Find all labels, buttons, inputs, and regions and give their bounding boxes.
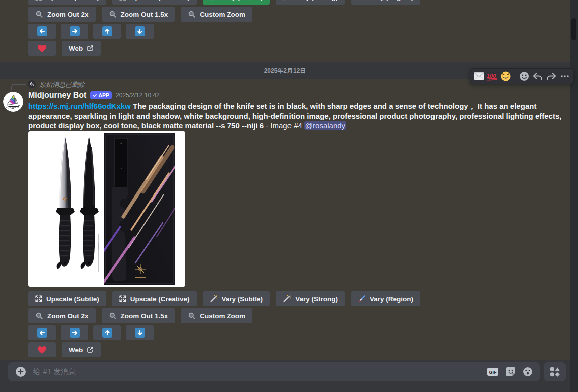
button-label: Vary (Region) <box>370 0 413 1</box>
arrow-up-icon <box>102 328 112 338</box>
mj-row-zoom: Zoom Out 2x Zoom Out 1.5x Custom Zoom <box>28 7 420 22</box>
button-label: Web <box>69 45 83 52</box>
composer-area: 给 #1 发消息 GIF <box>0 360 570 392</box>
generated-image-attachment[interactable] <box>28 131 185 287</box>
message-group-midjourney: 原始消息已删除 <box>0 79 570 360</box>
quick-reaction-hundred-points-emoji[interactable]: 100 <box>486 70 499 83</box>
quick-reaction-laughing-emoji[interactable] <box>499 70 512 83</box>
magnifier-icon <box>188 10 196 18</box>
upscale-subtle-button[interactable]: Upscale (Subtle) <box>28 291 106 306</box>
heart-icon <box>37 44 47 53</box>
magnifier-icon <box>109 312 117 320</box>
paintbrush-icon <box>358 0 366 1</box>
message-group-previous: Upscale (Subtle) Upscale (Creative) Vary… <box>0 0 570 62</box>
emoji-picker-icon[interactable] <box>523 367 533 377</box>
mj-row-upscale-vary: Upscale (Subtle) Upscale (Creative) Vary… <box>28 0 420 5</box>
mj-button-block: Upscale (Subtle) Upscale (Creative) Vary… <box>28 0 420 56</box>
magic-wand-icon <box>283 295 291 303</box>
custom-zoom-button[interactable]: Custom Zoom <box>181 308 252 323</box>
mj-row-zoom: Zoom Out 2x Zoom Out 1.5x Custom Zoom <box>28 308 420 323</box>
pan-up-button[interactable] <box>93 325 121 340</box>
vary-strong-button[interactable]: Vary (Strong) <box>276 291 345 306</box>
arrow-down-icon <box>135 328 145 338</box>
pan-up-button[interactable] <box>93 24 121 39</box>
message-input[interactable]: 给 #1 发消息 GIF <box>8 362 540 381</box>
message-timestamp: 2025/2/12 10:42 <box>116 92 160 99</box>
message-hover-toolbar: 100 <box>470 68 574 84</box>
apps-button[interactable] <box>544 362 566 381</box>
vary-subtle-button-active[interactable]: Vary (Subtle) <box>203 0 270 5</box>
zoom-out-15x-button[interactable]: Zoom Out 1.5x <box>102 7 175 22</box>
upscale-arrows-icon <box>119 0 126 1</box>
midjourney-bot-avatar[interactable] <box>3 92 23 112</box>
scrollbar-thumb[interactable] <box>571 18 576 40</box>
magnifier-icon <box>35 312 43 320</box>
web-button[interactable]: Web <box>62 342 101 357</box>
button-label: Upscale (Creative) <box>130 295 190 303</box>
magnifier-icon <box>35 10 43 18</box>
button-label: Zoom Out 2x <box>47 11 89 18</box>
zoom-out-2x-button[interactable]: Zoom Out 2x <box>28 7 96 22</box>
magic-wand-icon <box>210 0 218 1</box>
sticker-picker-icon[interactable] <box>506 367 516 377</box>
vary-subtle-button[interactable]: Vary (Subtle) <box>203 291 270 306</box>
upscale-creative-button[interactable]: Upscale (Creative) <box>112 0 197 5</box>
pan-down-button[interactable] <box>126 24 154 39</box>
quick-reaction-envelope-emoji[interactable] <box>472 70 485 83</box>
external-link-icon <box>87 45 94 52</box>
image-number-text: - Image #4 <box>266 121 302 130</box>
toolbar-divider <box>515 71 515 81</box>
pan-down-button[interactable] <box>126 325 154 340</box>
button-label: Custom Zoom <box>200 11 245 18</box>
button-label: Vary (Strong) <box>295 0 338 1</box>
upscale-subtle-button[interactable]: Upscale (Subtle) <box>28 0 106 5</box>
prompt-link[interactable]: https://s.mj.run/hlf66odKxkw <box>28 102 131 110</box>
date-divider-label: 2025年2月12日 <box>260 67 310 75</box>
reply-button[interactable] <box>531 70 544 83</box>
upscale-creative-button[interactable]: Upscale (Creative) <box>112 291 197 306</box>
more-options-button[interactable] <box>558 70 571 83</box>
gif-picker-icon[interactable]: GIF <box>487 367 499 376</box>
pan-left-button[interactable] <box>28 325 56 340</box>
author-name[interactable]: Midjourney Bot <box>28 91 86 100</box>
apps-shapes-icon <box>549 366 560 377</box>
deleted-reply-icon <box>28 80 36 90</box>
upscale-arrows-icon <box>35 0 42 1</box>
zoom-out-2x-button[interactable]: Zoom Out 2x <box>28 308 96 323</box>
button-label: Zoom Out 2x <box>47 312 89 320</box>
favorite-button[interactable] <box>28 41 56 56</box>
custom-zoom-button[interactable]: Custom Zoom <box>181 7 252 22</box>
arrow-right-icon <box>70 328 80 338</box>
vary-region-button[interactable]: Vary (Region) <box>351 0 420 5</box>
magnifier-icon <box>109 10 117 18</box>
magnifier-icon <box>188 312 196 320</box>
button-label: Vary (Region) <box>370 295 413 303</box>
zoom-out-15x-button[interactable]: Zoom Out 1.5x <box>102 308 175 323</box>
scrollbar[interactable] <box>570 0 578 392</box>
discord-chat-screen: Upscale (Subtle) Upscale (Creative) Vary… <box>0 0 578 392</box>
svg-text:GIF: GIF <box>489 370 497 375</box>
button-label: Vary (Subtle) <box>222 0 263 1</box>
vary-strong-button[interactable]: Vary (Strong) <box>276 0 345 5</box>
favorite-button[interactable] <box>28 342 56 357</box>
button-label: Custom Zoom <box>200 312 245 320</box>
pan-right-button[interactable] <box>61 325 88 340</box>
svg-text:100: 100 <box>487 73 496 79</box>
button-label: Vary (Strong) <box>295 295 338 303</box>
button-label: Zoom Out 1.5x <box>121 312 168 320</box>
app-badge: APP <box>90 91 112 99</box>
attach-plus-icon[interactable] <box>15 366 26 377</box>
pan-left-button[interactable] <box>28 24 56 39</box>
add-reaction-button[interactable] <box>518 70 531 83</box>
checkmark-icon <box>93 93 97 97</box>
pan-right-button[interactable] <box>61 24 88 39</box>
paintbrush-icon <box>358 295 366 303</box>
arrow-down-icon <box>135 26 145 36</box>
web-button[interactable]: Web <box>62 41 101 56</box>
forward-button[interactable] <box>545 70 558 83</box>
deleted-reply-notice[interactable]: 原始消息已删除 <box>39 80 85 89</box>
magic-wand-icon <box>210 295 218 303</box>
app-badge-label: APP <box>98 92 109 98</box>
user-mention[interactable]: @rosalandy <box>304 121 346 130</box>
vary-region-button[interactable]: Vary (Region) <box>351 291 420 306</box>
